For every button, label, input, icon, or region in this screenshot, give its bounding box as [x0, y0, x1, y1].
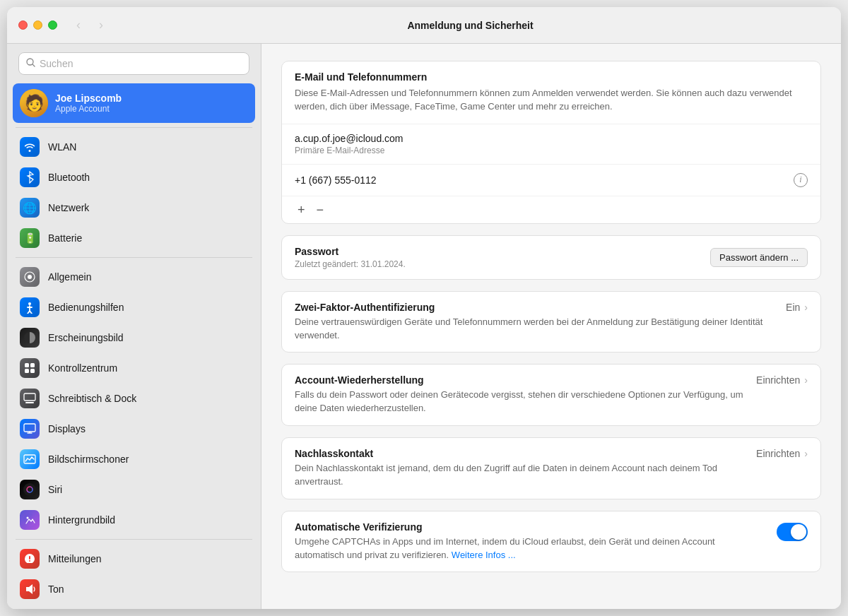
sidebar-label-schreibtisch: Schreibtisch & Dock — [48, 393, 136, 404]
change-password-button[interactable]: Passwort ändern ... — [710, 248, 808, 267]
email-phone-card: E-Mail und Telefonnummern Diese E-Mail-A… — [281, 61, 821, 224]
twofa-chevron-icon: › — [804, 302, 808, 313]
search-box[interactable]: Suchen — [18, 52, 249, 75]
sidebar-item-ton[interactable]: Ton — [13, 574, 255, 604]
sidebar-item-erscheinungsbild[interactable]: Erscheinungsbild — [13, 323, 255, 353]
svg-point-19 — [29, 560, 30, 562]
info-icon[interactable]: i — [794, 173, 808, 187]
sidebar: Suchen 🧑 Joe Lipscomb Apple Account — [7, 44, 261, 609]
allgemein-icon — [20, 267, 40, 287]
recovery-right: Einrichten › — [756, 374, 808, 386]
sidebar-label-displays: Displays — [48, 423, 86, 434]
search-icon — [26, 58, 35, 69]
user-name: Joe Lipscomb — [55, 93, 122, 104]
sidebar-label-bedienungshilfen: Bedienungshilfen — [48, 302, 124, 313]
recovery-chevron-icon: › — [804, 374, 808, 386]
sidebar-item-siri[interactable]: Siri — [13, 475, 255, 504]
auto-verify-info: Automatische Verifizierung Umgehe CAPTCH… — [295, 521, 765, 562]
svg-point-4 — [28, 302, 31, 305]
add-remove-row: + − — [282, 196, 820, 223]
svg-rect-10 — [24, 393, 35, 401]
sidebar-label-wlan: WLAN — [48, 141, 76, 153]
kontrollzentrum-icon — [20, 358, 40, 378]
avatar-face: 🧑 — [25, 94, 44, 112]
recovery-row[interactable]: Account-Wiederherstellung Falls du dein … — [282, 365, 820, 425]
auto-verify-title: Automatische Verifizierung — [295, 521, 765, 533]
bedienungshilfen-icon — [20, 297, 40, 317]
email-section-desc: Diese E-Mail-Adressen und Telefonnummern… — [295, 87, 808, 114]
divider-2 — [16, 257, 252, 258]
svg-rect-8 — [25, 369, 29, 373]
batterie-icon: 🔋 — [20, 228, 40, 248]
close-button[interactable] — [18, 20, 28, 30]
password-changed: Zuletzt geändert: 31.01.2024. — [295, 259, 406, 269]
sidebar-item-netzwerk[interactable]: 🌐 Netzwerk — [13, 193, 255, 223]
sidebar-label-hintergrundbild: Hintergrundbild — [48, 514, 115, 526]
legacy-card: Nachlasskontakt Dein Nachlasskontakt ist… — [281, 437, 821, 499]
twofa-row[interactable]: Zwei-Faktor-Authentifizierung Deine vert… — [282, 292, 820, 353]
sidebar-label-allgemein: Allgemein — [48, 271, 91, 283]
phone-row: +1 (667) 555-0112 i — [282, 165, 820, 196]
sidebar-item-bildschirmschoner[interactable]: Bildschirmschoner — [13, 444, 255, 474]
svg-rect-12 — [24, 424, 35, 432]
email-address: a.cup.of.joe@icloud.com — [295, 133, 808, 144]
svg-rect-7 — [30, 363, 35, 367]
sidebar-label-erscheinungsbild: Erscheinungsbild — [48, 332, 124, 343]
sidebar-item-schreibtisch[interactable]: Schreibtisch & Dock — [13, 384, 255, 413]
erscheinungsbild-icon — [20, 328, 40, 348]
remove-button[interactable]: − — [311, 201, 330, 219]
add-button[interactable]: + — [292, 201, 311, 219]
user-item[interactable]: 🧑 Joe Lipscomb Apple Account — [13, 83, 255, 123]
sidebar-label-ton: Ton — [48, 584, 64, 595]
svg-point-14 — [23, 483, 36, 496]
user-info: Joe Lipscomb Apple Account — [55, 93, 122, 114]
ton-icon — [20, 579, 40, 599]
divider-1 — [16, 127, 252, 128]
minimize-button[interactable] — [33, 20, 42, 30]
window-title: Anmeldung und Sicherheit — [111, 20, 830, 31]
divider-3 — [16, 539, 252, 540]
toggle-knob — [791, 524, 806, 540]
schreibtisch-icon — [20, 389, 40, 408]
avatar-inner: 🧑 — [20, 89, 48, 117]
sidebar-label-batterie: Batterie — [48, 232, 82, 244]
sidebar-item-kontrollzentrum[interactable]: Kontrollzentrum — [13, 353, 255, 383]
avatar: 🧑 — [20, 89, 48, 117]
back-button[interactable]: ‹ — [69, 16, 88, 35]
auto-verify-toggle[interactable] — [777, 523, 808, 541]
main-content: E-Mail und Telefonnummern Diese E-Mail-A… — [261, 44, 841, 609]
titlebar: ‹ › Anmeldung und Sicherheit — [7, 7, 841, 44]
twofa-right: Ein › — [786, 302, 808, 313]
sidebar-list: 🧑 Joe Lipscomb Apple Account — [7, 83, 261, 609]
auto-verify-row: Automatische Verifizierung Umgehe CAPTCH… — [282, 511, 820, 572]
password-title: Passwort — [295, 246, 406, 257]
svg-line-1 — [33, 64, 35, 66]
email-section-header: E-Mail und Telefonnummern Diese E-Mail-A… — [282, 61, 820, 124]
sidebar-item-hintergrundbild[interactable]: Hintergrundbild — [13, 505, 255, 535]
auto-verify-link[interactable]: Weitere Infos ... — [452, 550, 516, 560]
sidebar-item-batterie[interactable]: 🔋 Batterie — [13, 223, 255, 253]
sidebar-item-allgemein[interactable]: Allgemein — [13, 262, 255, 292]
legacy-right: Einrichten › — [756, 448, 808, 459]
recovery-title: Account-Wiederherstellung — [295, 374, 745, 386]
user-subtitle: Apple Account — [55, 104, 122, 114]
twofa-status: Ein — [786, 302, 800, 313]
twofa-desc: Deine vertrauenswürdigen Geräte und Tele… — [295, 316, 775, 343]
recovery-desc: Falls du dein Passwort oder deinen Gerät… — [295, 389, 745, 415]
bluetooth-icon — [20, 167, 40, 187]
sidebar-item-bluetooth[interactable]: Bluetooth — [13, 162, 255, 192]
forward-button[interactable]: › — [91, 16, 111, 35]
svg-point-3 — [28, 275, 32, 279]
legacy-title: Nachlasskontakt — [295, 448, 745, 459]
twofa-card: Zwei-Faktor-Authentifizierung Deine vert… — [281, 291, 821, 353]
legacy-row[interactable]: Nachlasskontakt Dein Nachlasskontakt ist… — [282, 438, 820, 499]
sidebar-item-wlan[interactable]: WLAN — [13, 132, 255, 162]
sidebar-item-displays[interactable]: Displays — [13, 414, 255, 444]
sidebar-item-mitteilungen[interactable]: Mitteilungen — [13, 544, 255, 574]
sidebar-item-bedienungshilfen[interactable]: Bedienungshilfen — [13, 292, 255, 322]
siri-icon — [20, 480, 40, 499]
maximize-button[interactable] — [48, 20, 57, 30]
bildschirmschoner-icon — [20, 449, 40, 469]
legacy-action: Einrichten — [756, 448, 800, 459]
recovery-info: Account-Wiederherstellung Falls du dein … — [295, 374, 745, 415]
